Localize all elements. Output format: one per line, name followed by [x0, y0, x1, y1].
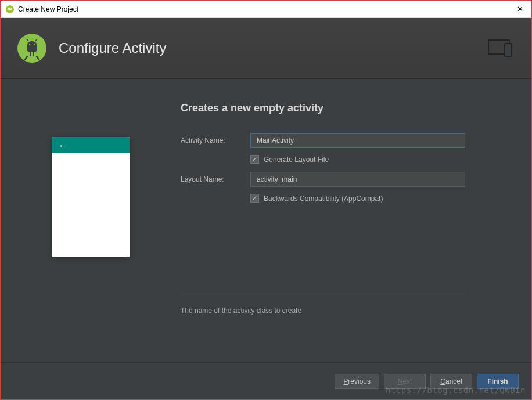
- previous-button[interactable]: Previous: [335, 374, 379, 389]
- android-logo-icon: [17, 33, 47, 63]
- svg-point-5: [29, 44, 30, 45]
- back-arrow-icon: ←: [59, 140, 67, 150]
- svg-rect-12: [505, 44, 512, 56]
- svg-point-2: [9, 8, 9, 8]
- phone-mockup-appbar: ←: [52, 137, 130, 153]
- generate-layout-label: Generate Layout File: [264, 156, 329, 164]
- page-title: Configure Activity: [59, 40, 166, 56]
- checkmark-icon: ✓: [252, 156, 257, 163]
- svg-point-3: [10, 8, 11, 8]
- layout-name-label: Layout Name:: [181, 175, 250, 183]
- activity-name-label: Activity Name:: [181, 136, 250, 145]
- device-preview-icon: [487, 38, 515, 59]
- activity-form: Creates a new empty activity Activity Na…: [181, 79, 531, 362]
- title-bar: Create New Project ✕: [1, 1, 531, 18]
- help-section: The name of the activity class to create: [181, 296, 465, 315]
- window-title: Create New Project: [18, 5, 78, 13]
- backwards-compat-checkbox[interactable]: ✓: [250, 194, 259, 203]
- finish-button[interactable]: Finish: [477, 374, 519, 389]
- android-studio-icon: [5, 5, 15, 14]
- backwards-compat-label: Backwards Compatibility (AppCompat): [264, 194, 383, 203]
- activity-preview-panel: ←: [1, 79, 181, 362]
- help-text: The name of the activity class to create: [181, 307, 465, 315]
- form-heading: Creates a new empty activity: [181, 102, 497, 114]
- layout-name-input[interactable]: [250, 172, 465, 187]
- activity-name-input[interactable]: [250, 133, 465, 148]
- wizard-content: ← Creates a new empty activity Activity …: [1, 79, 531, 362]
- svg-rect-9: [30, 52, 31, 56]
- svg-point-6: [34, 44, 35, 45]
- next-button: Next: [384, 374, 426, 389]
- wizard-button-bar: Previous Next Cancel Finish: [1, 362, 531, 399]
- generate-layout-checkbox[interactable]: ✓: [250, 155, 259, 164]
- wizard-header: Configure Activity: [1, 18, 531, 79]
- svg-rect-10: [33, 52, 34, 56]
- close-button[interactable]: ✕: [514, 5, 526, 13]
- cancel-button[interactable]: Cancel: [430, 374, 472, 389]
- phone-mockup: ←: [52, 137, 130, 257]
- checkmark-icon: ✓: [252, 195, 257, 201]
- svg-rect-1: [8, 8, 12, 10]
